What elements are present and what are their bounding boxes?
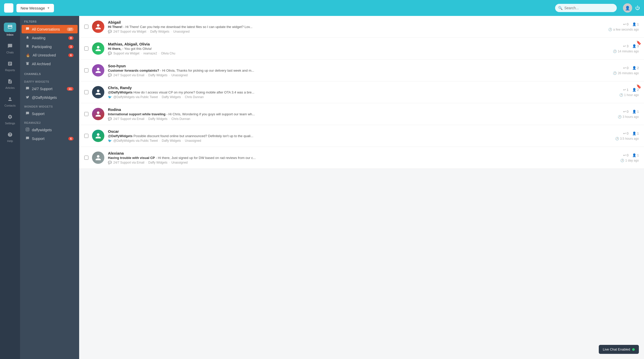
reply-count: 0 — [627, 110, 629, 114]
conv-time: 🕐 3 hours ago — [618, 115, 639, 119]
replies-stat: ↩ 0 — [623, 66, 629, 70]
conv-checkbox-abigail[interactable] — [84, 25, 88, 29]
conv-checkbox-alexiana[interactable] — [84, 156, 88, 160]
main-layout: Inbox Chats Reports Articles Contacts — [0, 16, 644, 359]
table-row[interactable]: Abigail Hi There! - Hi There! Can you he… — [79, 16, 644, 38]
sidebar-item-awaiting[interactable]: Awaiting 8 — [22, 34, 78, 42]
conv-preview: International support while traveling - … — [108, 112, 614, 116]
conv-stats: ↩ 0 👤 1 — [623, 22, 639, 26]
power-button[interactable]: ⏻ — [635, 5, 640, 11]
reply-count: 0 — [627, 153, 629, 157]
conv-body-alexiana: Alexiana Having trouble with visual CP -… — [108, 151, 617, 164]
participants-count: 2 — [637, 66, 639, 70]
sidebar-item-all-archived[interactable]: All Archived — [22, 60, 78, 68]
participants-stat: 👤 1 — [632, 110, 639, 114]
nav-chats-label: Chats — [6, 51, 14, 54]
participating-badge: 3 — [68, 45, 73, 49]
reamaze2-support-label: Support — [32, 137, 66, 141]
nav-item-articles[interactable]: Articles — [0, 75, 20, 93]
channel-name: Support via Widget — [113, 52, 139, 55]
assignee-name: Unassigned — [171, 161, 188, 164]
table-row[interactable]: Chris, Randy @DaffyWidgets How do I acce… — [79, 81, 644, 103]
channel-name: 24/7 Support via Widget — [113, 30, 146, 33]
sidebar-item-wonder-support[interactable]: Support — [22, 109, 78, 118]
table-row[interactable]: Rodina International support while trave… — [79, 103, 644, 125]
brand-name: Daffy Widgets — [148, 73, 167, 77]
replies-stat: ↩ 0 — [623, 22, 629, 26]
preview-text: Possible discount found online but unann… — [133, 134, 253, 138]
conv-time: 🕐 26 minutes ago — [613, 71, 639, 75]
chats-icon — [7, 43, 13, 50]
new-message-button[interactable]: New Message ▼ — [16, 4, 54, 12]
nav-help-label: Help — [7, 139, 13, 143]
time-text: 26 minutes ago — [618, 71, 639, 75]
channel-icon: 💬 — [108, 117, 112, 121]
time-text: 1 hour ago — [624, 93, 639, 97]
sidebar-item-daffywidgets-ig[interactable]: daffywidgets — [22, 126, 78, 134]
brand-name: Daffy Widgets — [148, 161, 167, 164]
inbox-icon — [7, 25, 13, 30]
participants-count: 1 — [637, 153, 639, 157]
all-archived-label: All Archived — [32, 62, 73, 66]
assignee-name: Olivia Chu — [161, 52, 175, 55]
table-row[interactable]: Oscar @DaffyWidgets Possible discount fo… — [79, 125, 644, 147]
help-icon — [7, 132, 13, 138]
sidebar-item-24-7-support[interactable]: 24/7 Support 11 — [22, 84, 78, 93]
nav-item-chats[interactable]: Chats — [0, 40, 20, 58]
avatar — [92, 42, 104, 55]
conv-right: ↩ 0 👤 1 🕐 1 day ago — [620, 153, 639, 162]
conv-right: ↩ 0 👤 1 🕐 3.5 hours ago — [615, 131, 639, 140]
table-row[interactable]: Alexiana Having trouble with visual CP -… — [79, 147, 644, 169]
nav-item-reports[interactable]: Reports — [0, 58, 20, 75]
conv-checkbox-mathias[interactable] — [84, 46, 88, 51]
all-unresolved-label: All Unresolved — [33, 53, 66, 57]
conv-preview: @DaffyWidgets How do I access visual CP … — [108, 90, 616, 94]
channel-name: @DaffyWidgets via Public Tweet — [113, 95, 158, 99]
conv-meta: 💬 24/7 Support via Email · Daffy Widgets… — [108, 73, 609, 77]
clock-icon: 🕐 — [613, 71, 617, 75]
reply-count: 1 — [627, 88, 629, 92]
participants-icon: 👤 — [632, 88, 636, 92]
avatar — [92, 64, 104, 77]
sidebar-item-participating[interactable]: Participating 3 — [22, 42, 78, 51]
settings-icon — [7, 114, 13, 121]
participants-count: 1 — [637, 22, 639, 26]
participants-stat: 👤 1 — [632, 153, 639, 157]
wonder-widgets-group-title: WONDER WIDGETS — [20, 102, 79, 109]
conv-time: 🕐 3.5 hours ago — [615, 137, 639, 140]
clock-icon: 🕐 — [608, 28, 612, 31]
participants-count: 1 — [637, 131, 639, 135]
reply-icon: ↩ — [623, 66, 626, 70]
conv-name: Soo-hyun — [108, 64, 609, 68]
sidebar-item-all-unresolved[interactable]: 🔥 All Unresolved 6 — [22, 51, 78, 59]
conv-body-soo: Soo-hyun Customer forwards complaints? -… — [108, 64, 609, 77]
preview-text: - You got this Olivia! — [122, 47, 152, 51]
channel-icon: 🐦 — [108, 95, 112, 99]
nav-item-inbox[interactable]: Inbox — [0, 19, 20, 40]
clock-icon: 🕐 — [620, 159, 624, 162]
participating-label: Participating — [32, 45, 66, 49]
sidebar-item-all-conversations[interactable]: All Conversations 17 — [22, 25, 78, 33]
conv-checkbox-chris[interactable] — [84, 90, 88, 94]
conv-checkbox-rodina[interactable] — [84, 112, 88, 116]
nav-item-help[interactable]: Help — [0, 128, 20, 146]
conv-checkbox-oscar[interactable] — [84, 134, 88, 138]
user-avatar[interactable]: 👤 — [623, 3, 632, 13]
table-row[interactable]: Soo-hyun Customer forwards complaints? -… — [79, 60, 644, 81]
nav-settings-label: Settings — [5, 122, 15, 125]
clock-icon: 🕐 — [619, 93, 623, 97]
table-row[interactable]: Mathias, Abigail, Olivia Hi there, - You… — [79, 38, 644, 60]
channels-section-title: CHANNELS — [20, 68, 79, 77]
sidebar-item-daffy-twitter[interactable]: @DaffyWidgets — [22, 93, 78, 102]
search-input[interactable] — [555, 4, 617, 12]
nav-item-contacts[interactable]: Contacts — [0, 93, 20, 111]
sidebar-item-reamaze2-support[interactable]: Support 6 — [22, 134, 78, 143]
preview-text: - Hi there, Just signed up for DW based … — [156, 156, 256, 160]
conv-stats: ↩ 0 👤 1 — [623, 110, 639, 114]
app-logo — [4, 3, 13, 13]
conv-checkbox-soo[interactable] — [84, 68, 88, 72]
nav-item-settings[interactable]: Settings — [0, 111, 20, 128]
reply-icon: ↩ — [623, 88, 626, 92]
time-text: a few seconds ago — [613, 28, 639, 31]
channel-name: 24/7 Support via Email — [113, 73, 144, 77]
